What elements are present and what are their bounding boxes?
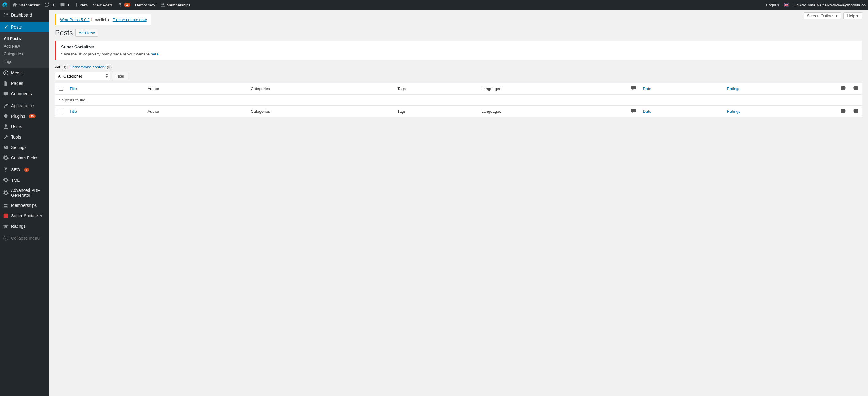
update-now-link[interactable]: Please update now bbox=[113, 18, 147, 22]
col-categories: Categories bbox=[248, 83, 394, 95]
posts-label: Posts bbox=[11, 25, 22, 29]
col-date[interactable]: Date bbox=[640, 83, 724, 95]
pin-icon bbox=[3, 24, 8, 30]
colf-categories: Categories bbox=[248, 106, 394, 117]
new-link[interactable]: New bbox=[71, 0, 91, 10]
select-all-top[interactable] bbox=[59, 86, 63, 91]
notice-text: Save the url of privacy policy page of y… bbox=[61, 52, 151, 56]
colf-title[interactable]: Title bbox=[66, 106, 144, 117]
plus-icon bbox=[74, 2, 79, 7]
sidebar-item-tml[interactable]: TML bbox=[0, 175, 49, 185]
memberships-link[interactable]: Memberships bbox=[158, 0, 193, 10]
colf-tags: Tags bbox=[395, 106, 478, 117]
democracy-label: Democracy bbox=[135, 3, 155, 7]
gear-icon bbox=[3, 178, 8, 183]
sidebar-item-users[interactable]: Users bbox=[0, 121, 49, 132]
colf-links-out bbox=[849, 106, 862, 117]
sidebar-item-dashboard[interactable]: Dashboard bbox=[0, 10, 49, 20]
comments-link[interactable]: 0 bbox=[58, 0, 71, 10]
comments-count: 0 bbox=[66, 3, 69, 7]
appearance-label: Appearance bbox=[11, 103, 34, 108]
sidebar-item-pages[interactable]: Pages bbox=[0, 78, 49, 89]
updates-link[interactable]: 18 bbox=[42, 0, 58, 10]
user-icon bbox=[3, 124, 8, 129]
howdy-account[interactable]: Howdy, nataliya.fialkovskaya@boosta.co bbox=[791, 0, 868, 10]
sidebar-item-seo[interactable]: SEO 4 bbox=[0, 164, 49, 175]
site-name-link[interactable]: Sitechecker bbox=[10, 0, 42, 10]
screen-options-button[interactable]: Screen Options ▾ bbox=[804, 12, 841, 19]
notice-heading: Super Socializer bbox=[61, 44, 857, 49]
sidebar-collapse[interactable]: Collapse menu bbox=[0, 233, 49, 243]
sidebar-item-super-socializer[interactable]: Super Socializer bbox=[0, 211, 49, 221]
col-languages: Languages bbox=[478, 83, 628, 95]
language-label: English bbox=[766, 3, 779, 7]
sidebar-sub-tags[interactable]: Tags bbox=[0, 58, 49, 65]
svg-point-3 bbox=[5, 124, 7, 127]
memberships-label: Memberships bbox=[167, 3, 191, 7]
sidebar-item-appearance[interactable]: Appearance bbox=[0, 100, 49, 111]
sidebar-item-settings[interactable]: Settings bbox=[0, 142, 49, 153]
col-comments[interactable] bbox=[627, 83, 640, 95]
col-ratings[interactable]: Ratings bbox=[724, 83, 837, 95]
ratings-label: Ratings bbox=[11, 224, 25, 229]
sidebar-item-custom-fields[interactable]: Custom Fields bbox=[0, 153, 49, 163]
site-name: Sitechecker bbox=[19, 3, 39, 7]
posts-table: Title Author Categories Tags Languages D… bbox=[55, 83, 862, 117]
super-socializer-label: Super Socializer bbox=[11, 213, 42, 218]
democracy-link[interactable]: Democracy bbox=[133, 0, 158, 10]
sliders-icon bbox=[3, 145, 8, 150]
seo-badge: 4 bbox=[24, 168, 29, 172]
col-title[interactable]: Title bbox=[66, 83, 144, 95]
filter-cornerstone[interactable]: Cornerstone content bbox=[69, 65, 106, 69]
colf-languages: Languages bbox=[478, 106, 628, 117]
update-available-text: is available! bbox=[90, 18, 113, 22]
yoast-link[interactable]: 4 bbox=[115, 0, 133, 10]
colf-comments[interactable] bbox=[627, 106, 640, 117]
no-posts-text: No posts found. bbox=[56, 95, 862, 106]
plugin-icon bbox=[3, 113, 8, 119]
language-switch[interactable]: English bbox=[764, 0, 781, 10]
group-icon bbox=[160, 2, 165, 7]
category-select[interactable]: All Categories bbox=[55, 72, 110, 80]
filter-all[interactable]: All bbox=[55, 65, 60, 69]
help-button[interactable]: Help ▾ bbox=[843, 12, 862, 19]
sidebar-item-pdf-gen[interactable]: Advanced PDF Generator bbox=[0, 185, 49, 200]
gear-icon bbox=[3, 190, 8, 195]
sidebar-posts-submenu: All Posts Add New Categories Tags bbox=[0, 32, 49, 68]
gear-icon bbox=[3, 155, 8, 161]
sidebar-item-plugins[interactable]: Plugins 13 bbox=[0, 111, 49, 121]
view-posts-label: View Posts bbox=[93, 3, 113, 7]
yoast-icon bbox=[118, 2, 123, 7]
colf-date[interactable]: Date bbox=[640, 106, 724, 117]
sidebar-sub-categories[interactable]: Categories bbox=[0, 50, 49, 58]
filter-button[interactable]: Filter bbox=[112, 72, 128, 80]
comments-icon bbox=[3, 91, 8, 96]
sidebar-item-posts[interactable]: Posts bbox=[0, 22, 49, 32]
view-posts-link[interactable]: View Posts bbox=[91, 0, 115, 10]
colf-ratings[interactable]: Ratings bbox=[724, 106, 837, 117]
add-new-button[interactable]: Add New bbox=[75, 29, 98, 37]
seo-label: SEO bbox=[11, 167, 20, 172]
wp-logo[interactable] bbox=[0, 0, 10, 10]
select-all-bottom[interactable] bbox=[59, 109, 63, 113]
wp-version-link[interactable]: WordPress 5.0.3 bbox=[60, 18, 90, 22]
sidebar-sub-all-posts[interactable]: All Posts bbox=[0, 35, 49, 42]
sidebar-item-memberships[interactable]: Memberships bbox=[0, 200, 49, 211]
sidebar-item-comments[interactable]: Comments bbox=[0, 89, 49, 99]
sidebar-item-tools[interactable]: Tools bbox=[0, 132, 49, 142]
sidebar-item-media[interactable]: Media bbox=[0, 68, 49, 78]
comments-label: Comments bbox=[11, 91, 32, 96]
pdf-gen-label: Advanced PDF Generator bbox=[11, 188, 46, 198]
dashboard-icon bbox=[3, 12, 8, 18]
view-filters: All (0) | Cornerstone content (0) bbox=[55, 65, 862, 69]
users-label: Users bbox=[11, 124, 22, 129]
notice-link[interactable]: here bbox=[151, 52, 159, 56]
home-icon bbox=[12, 2, 17, 7]
yoast-icon bbox=[3, 167, 8, 173]
language-flag[interactable]: 🇬🇧 bbox=[781, 0, 791, 10]
sidebar-sub-add-new[interactable]: Add New bbox=[0, 42, 49, 50]
update-dot: . bbox=[147, 18, 148, 22]
content: Screen Options ▾ Help ▾ WordPress 5.0.3 … bbox=[49, 10, 868, 396]
page-icon bbox=[3, 81, 8, 86]
sidebar-item-ratings[interactable]: Ratings bbox=[0, 221, 49, 232]
